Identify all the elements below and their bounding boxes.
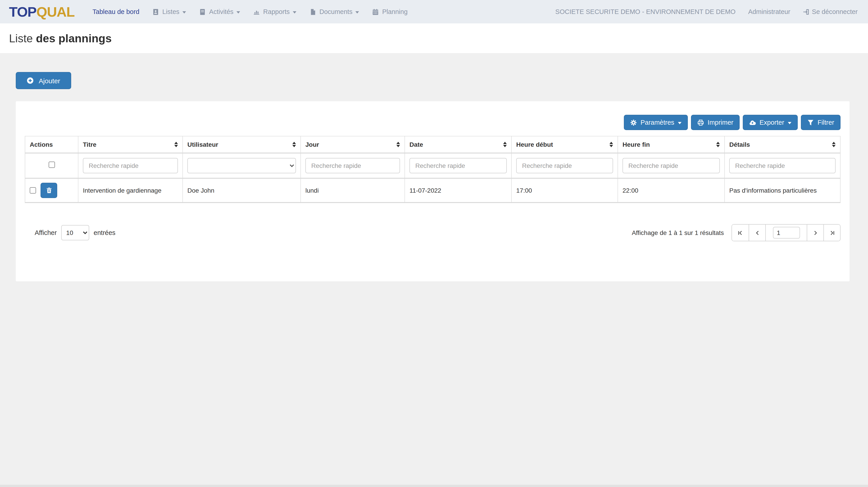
row-titre-cell: Intervention de gardiennage [78,178,183,202]
row-actions-cell [25,178,78,202]
row-details-cell: Pas d'informations particulières [724,178,840,202]
nav-item-label: Rapports [263,8,290,15]
current-page-input[interactable] [773,227,800,238]
nav-item-activites[interactable]: Activités [199,8,240,15]
book-icon [199,8,206,15]
page-header: Liste des plannings [0,23,868,53]
filter-input-jour[interactable] [305,158,400,173]
column-label: Titre [83,141,96,148]
row-heure-debut-cell: 17:00 [512,178,618,202]
previous-page-button[interactable] [749,225,765,241]
table-row: Intervention de gardiennage Doe John lun… [25,178,840,202]
add-button[interactable]: Ajouter [16,72,71,89]
address-book-icon [153,8,159,15]
sign-out-icon [803,8,810,15]
next-page-button[interactable] [807,225,824,241]
table-toolbar: Paramètres Imprimer Exporter Filtrer [25,115,840,130]
page-size-select[interactable]: 10 [61,225,89,240]
parameters-label: Paramètres [641,119,674,126]
filter-select-utilisateur[interactable] [187,158,296,173]
page-title-bold: des plannings [36,32,112,44]
row-checkbox[interactable] [30,187,36,194]
sort-icon[interactable] [610,142,613,147]
environment-label: SOCIETE SECURITE DEMO - ENVIRONNEMENT DE… [555,8,736,15]
select-all-checkbox[interactable] [49,162,55,168]
nav-item-rapports[interactable]: Rapports [253,8,297,15]
filter-cell-details [724,153,840,178]
column-label: Détails [729,141,750,148]
sort-icon[interactable] [716,142,720,147]
nav-item-planning[interactable]: Planning [372,8,408,15]
caret-down-icon [183,11,186,13]
table-filter-row [25,153,840,178]
filter-input-heure-debut[interactable] [516,158,613,173]
page-title: Liste des plannings [9,32,112,45]
row-jour-cell: lundi [301,178,405,202]
column-header-details[interactable]: Détails [724,136,840,153]
row-utilisateur-cell: Doe John [183,178,301,202]
app-logo[interactable]: TOPQUAL [9,5,74,19]
filter-cell-utilisateur [183,153,301,178]
column-header-heure-fin[interactable]: Heure fin [618,136,724,153]
caret-down-icon [788,122,792,124]
filter-cell-date [405,153,512,178]
first-page-button[interactable] [732,225,749,241]
sort-icon[interactable] [174,142,178,147]
parameters-button[interactable]: Paramètres [624,115,688,130]
sort-icon[interactable] [832,142,836,147]
calendar-icon [372,8,379,15]
filter-label: Filtrer [817,119,834,126]
page-title-light: Liste [9,32,33,44]
column-label: Heure fin [622,141,650,148]
column-label: Jour [305,141,319,148]
filter-input-details[interactable] [729,158,836,173]
filter-cell-jour [301,153,405,178]
sort-icon[interactable] [396,142,400,147]
print-label: Imprimer [708,119,733,126]
filter-cell-titre [78,153,183,178]
filter-icon [807,119,814,126]
sort-icon[interactable] [292,142,296,147]
column-label: Heure début [516,141,553,148]
column-header-titre[interactable]: Titre [78,136,183,153]
logo-part-qual: QUAL [36,4,74,20]
column-header-jour[interactable]: Jour [301,136,405,153]
column-header-utilisateur[interactable]: Utilisateur [183,136,301,153]
page-size-control: Afficher 10 entrées [35,225,116,240]
plus-circle-icon [27,77,34,84]
page-input-cell [765,225,807,241]
filter-input-date[interactable] [409,158,507,173]
nav-item-label: Activités [209,8,234,15]
main-content: Ajouter Paramètres Imprimer Exporter [0,53,868,281]
pager [732,224,840,241]
nav-item-documents[interactable]: Documents [309,8,359,15]
nav-item-tableau-de-bord[interactable]: Tableau de bord [93,8,140,15]
top-navbar: TOPQUAL Tableau de bord Listes Activités… [0,0,868,23]
add-button-label: Ajouter [39,77,60,85]
bar-chart-icon [253,8,260,15]
user-name-label: Administrateur [748,8,790,15]
last-page-button[interactable] [824,225,840,241]
logout-link[interactable]: Se déconnecter [803,8,858,15]
column-header-date[interactable]: Date [405,136,512,153]
plannings-table: Actions Titre Utilisateur Jour Date Heur… [25,136,840,203]
cloud-download-icon [749,119,756,126]
entries-label: entrées [94,229,116,236]
nav-item-listes[interactable]: Listes [153,8,186,15]
results-info: Affichage de 1 à 1 sur 1 résultats [632,229,724,236]
export-button[interactable]: Exporter [743,115,798,130]
column-header-heure-debut[interactable]: Heure début [512,136,618,153]
print-button[interactable]: Imprimer [691,115,740,130]
chevron-right-icon [812,230,818,236]
filter-input-heure-fin[interactable] [622,158,720,173]
filter-button[interactable]: Filtrer [801,115,840,130]
filter-cell-actions [25,153,78,178]
filter-input-titre[interactable] [83,158,178,173]
show-label: Afficher [35,229,57,236]
logout-label: Se déconnecter [812,8,858,15]
file-icon [309,8,316,15]
sort-icon[interactable] [503,142,507,147]
printer-icon [697,119,704,126]
delete-row-button[interactable] [40,183,57,198]
chevron-first-icon [737,230,743,236]
